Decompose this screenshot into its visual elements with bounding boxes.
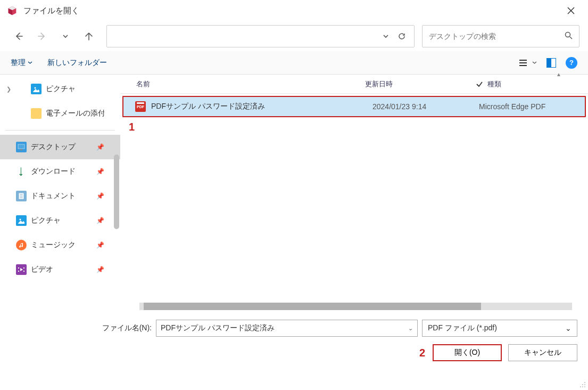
sidebar-item-downloads[interactable]: ⭣ ダウンロード 📌 — [0, 159, 120, 184]
list-view-icon — [519, 59, 529, 67]
forward-button[interactable] — [32, 26, 52, 46]
sort-indicator-icon: ▲ — [556, 71, 561, 77]
svg-point-5 — [566, 32, 570, 37]
file-type: Microsoft Edge PDF — [479, 102, 545, 111]
file-list: 名前 更新日時 種類 ▲ PDF PDFサンプル パスワード設定済み 2024/… — [120, 75, 588, 310]
svg-point-28 — [582, 386, 583, 387]
sidebar-item-pictures2[interactable]: ピクチャ 📌 — [0, 208, 120, 233]
resize-grip[interactable] — [578, 380, 586, 388]
filename-label: ファイル名(N): — [102, 323, 152, 333]
separator — [5, 130, 115, 131]
column-date[interactable]: 更新日時 — [365, 79, 471, 89]
sidebar-item-email-attach[interactable]: 電子メールの添付 — [0, 101, 120, 126]
app-icon — [6, 5, 18, 17]
recent-dropdown[interactable] — [55, 26, 76, 46]
chevron-down-icon — [28, 60, 32, 65]
column-name[interactable]: 名前 — [136, 79, 365, 89]
annotation-2: 2 — [419, 347, 425, 359]
svg-rect-19 — [18, 267, 19, 269]
svg-rect-12 — [20, 149, 22, 150]
svg-rect-21 — [23, 267, 24, 269]
svg-point-25 — [582, 384, 583, 385]
music-icon — [16, 240, 27, 250]
back-button[interactable] — [9, 26, 29, 46]
annotation-1: 1 — [129, 121, 135, 133]
sidebar-scrollbar[interactable] — [114, 155, 119, 229]
sidebar-item-desktop[interactable]: デスクトップ 📌 — [0, 135, 120, 159]
toolbar: 整理 新しいフォルダー ? — [0, 51, 588, 75]
filter-select[interactable]: PDF ファイル (*.pdf) ⌄ — [422, 320, 577, 337]
svg-point-24 — [584, 382, 585, 383]
pin-icon: 📌 — [96, 143, 104, 151]
svg-rect-20 — [18, 271, 19, 272]
preview-pane-button[interactable] — [546, 58, 556, 68]
column-check[interactable] — [471, 80, 487, 88]
bottom-panel: ファイル名(N): PDFサンプル パスワード設定済み ⌄ PDF ファイル (… — [0, 310, 588, 370]
expand-icon[interactable]: ❯ — [6, 86, 11, 93]
refresh-button[interactable] — [394, 28, 410, 44]
pin-icon: 📌 — [96, 217, 104, 224]
pin-icon: 📌 — [96, 241, 104, 249]
search-input[interactable] — [429, 32, 565, 40]
document-icon — [16, 191, 27, 201]
horizontal-scrollbar[interactable] — [139, 303, 572, 310]
body-area: ❯ ピクチャ 電子メールの添付 デスクトップ 📌 ⭣ ダウンロード 📌 ドキュメ… — [0, 75, 588, 310]
view-button[interactable] — [519, 59, 537, 67]
pdf-icon: PDF — [135, 101, 146, 112]
up-button[interactable] — [79, 26, 99, 46]
svg-point-17 — [20, 219, 21, 221]
pin-icon: 📌 — [96, 266, 104, 273]
pin-icon: 📌 — [96, 192, 104, 200]
svg-point-29 — [584, 386, 585, 387]
svg-point-10 — [35, 87, 36, 89]
title-bar: ファイルを開く — [0, 0, 588, 21]
chevron-down-icon[interactable]: ⌄ — [408, 325, 413, 332]
svg-line-6 — [570, 37, 572, 39]
sidebar: ❯ ピクチャ 電子メールの添付 デスクトップ 📌 ⭣ ダウンロード 📌 ドキュメ… — [0, 75, 120, 310]
column-type[interactable]: 種類 — [487, 79, 567, 89]
svg-point-27 — [580, 386, 581, 387]
organize-button[interactable]: 整理 — [11, 58, 32, 68]
filename-input[interactable]: PDFサンプル パスワード設定済み ⌄ — [156, 320, 418, 337]
window-title: ファイルを開く — [23, 6, 79, 16]
help-button[interactable]: ? — [566, 57, 577, 69]
svg-point-26 — [584, 384, 585, 385]
file-row[interactable]: PDF PDFサンプル パスワード設定済み 2024/01/23 9:14 Mi… — [122, 96, 586, 117]
address-bar[interactable] — [106, 25, 415, 47]
sidebar-item-videos[interactable]: ビデオ 📌 — [0, 257, 120, 282]
file-date: 2024/01/23 9:14 — [372, 102, 479, 111]
desktop-icon — [16, 142, 27, 152]
sidebar-item-documents[interactable]: ドキュメント 📌 — [0, 184, 120, 208]
search-icon[interactable] — [565, 31, 573, 42]
pin-icon: 📌 — [96, 168, 104, 175]
chevron-down-icon[interactable]: ⌄ — [565, 324, 572, 332]
download-icon: ⭣ — [16, 166, 27, 177]
new-folder-button[interactable]: 新しいフォルダー — [47, 58, 107, 68]
search-box[interactable] — [422, 25, 579, 47]
close-button[interactable] — [560, 2, 582, 19]
pictures-icon — [31, 84, 42, 94]
column-headers: 名前 更新日時 種類 ▲ — [120, 75, 588, 94]
svg-rect-22 — [23, 271, 24, 272]
address-dropdown-icon[interactable] — [378, 28, 394, 44]
folder-icon — [31, 108, 42, 119]
file-name: PDFサンプル パスワード設定済み — [151, 102, 372, 111]
video-icon — [16, 264, 27, 275]
open-button[interactable]: 開く(O) — [433, 344, 502, 361]
svg-rect-11 — [18, 144, 24, 149]
cancel-button[interactable]: キャンセル — [508, 344, 577, 361]
nav-bar — [0, 21, 588, 51]
sidebar-item-music[interactable]: ミュージック 📌 — [0, 233, 120, 257]
chevron-down-icon — [532, 60, 537, 65]
sidebar-item-pictures[interactable]: ❯ ピクチャ — [0, 77, 120, 101]
pictures-icon — [16, 215, 27, 226]
